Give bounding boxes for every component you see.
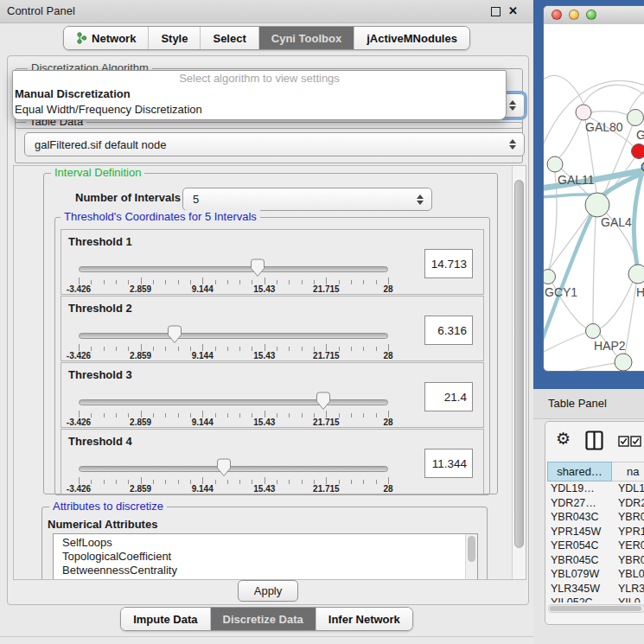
table-row[interactable]: YBR045CYBR0 [547,553,644,568]
threshold-label: Threshold 4 [68,435,132,448]
checkbox-icon[interactable] [630,436,641,450]
attribute-list-item[interactable]: BetweennessCentrality [54,564,477,577]
threshold-value-input[interactable]: 14.713 [424,249,473,278]
cell-shared-name[interactable]: YDL19… [547,481,612,496]
apply-button[interactable]: Apply [238,580,298,602]
threshold-slider[interactable] [79,328,388,343]
split-columns-icon[interactable] [585,430,603,453]
tab-label: Network [92,32,136,45]
cell-shared-name[interactable]: YBR045C [547,553,612,568]
float-window-icon[interactable] [491,7,501,16]
cell-shared-name[interactable]: YER054C [547,539,612,553]
cell-name[interactable]: YPR1 [612,525,644,539]
table-row[interactable]: YDR27…YDR2 [547,496,644,511]
number-of-intervals-combobox[interactable]: 5 [182,188,432,211]
column-header-shared-name[interactable]: shared… [547,462,612,481]
cell-name[interactable]: YLR3 [612,582,644,596]
node-label: GCY1 [545,285,577,299]
cell-shared-name[interactable]: YIL052C [547,596,612,603]
threshold-slider[interactable] [79,461,388,476]
attribute-list-item[interactable]: SelfLoops [54,536,477,550]
tab-label: Cyni Toolbox [271,32,341,45]
tab-select[interactable]: Select [200,27,258,49]
cell-name[interactable]: YBR0 [612,510,644,525]
table-row[interactable]: YER054CYER0 [547,539,644,553]
cell-name[interactable]: YDL1 [612,481,644,496]
network-node-c[interactable] [632,144,644,159]
table-body: YDL19…YDL1YDR27…YDR2YBR043CYBR0YPR145WYP… [547,481,644,603]
network-view-window[interactable]: GAL80GCGAL11GAL4GCY1HHAP2 [543,5,644,372]
cell-name[interactable]: YDR2 [612,496,644,511]
cyni-toolbox-panel: Discretization Algorithm Table Data galF… [7,55,529,605]
slider-ticks [79,277,388,284]
tab-impute-data[interactable]: Impute Data [121,608,209,630]
network-node-gal80[interactable] [576,105,591,120]
checkbox-icon[interactable] [618,436,629,450]
dropdown-placeholder-item[interactable]: Select algorithm to view settings [13,71,506,86]
table-row[interactable]: YBL079WYBL0 [547,567,644,582]
dropdown-option-manual-discretization[interactable]: Manual Discretization [13,86,506,102]
zoom-traffic-light-icon[interactable] [586,10,596,20]
gear-icon[interactable]: ⚙ [556,429,571,449]
tab-label: Infer Network [328,613,400,626]
cell-shared-name[interactable]: YBR043C [547,510,612,525]
threshold-panel-2: Threshold 2-3.4262.8599.14415.4321.71528… [61,296,484,361]
table-row[interactable]: YIL052CYIL0 [547,596,644,603]
tab-infer-network[interactable]: Infer Network [316,608,412,630]
slider-thumb[interactable] [168,325,182,344]
slider-thumb[interactable] [316,392,330,411]
control-panel-tabbar: NetworkStyleSelectCyni ToolboxjActiveMNo… [63,26,470,50]
tab-network[interactable]: Network [64,27,148,49]
cell-name[interactable]: YBL0 [612,567,644,582]
network-window-titlebar[interactable] [544,6,644,25]
cell-shared-name[interactable]: YBL079W [547,567,612,582]
network-node-gcy1[interactable] [544,270,556,284]
cell-name[interactable]: YER0 [612,539,644,553]
threshold-slider[interactable] [79,261,388,277]
table-row[interactable]: YDL19…YDL1 [547,481,644,496]
column-header-name[interactable]: na [612,462,644,481]
table-data-combobox[interactable]: galFiltered.sif default node [24,132,525,156]
cell-shared-name[interactable]: YPR145W [547,525,612,539]
slider-thumb[interactable] [217,458,231,477]
cell-shared-name[interactable]: YDR27… [547,496,612,511]
network-node[interactable] [615,354,632,371]
threshold-value-input[interactable]: 11.344 [424,449,473,478]
network-node-gal4[interactable] [585,193,609,217]
cell-name[interactable]: YBR0 [612,553,644,568]
network-node-h[interactable] [628,265,644,284]
network-node-hap2[interactable] [586,324,601,339]
scrollbar-thumb[interactable] [514,180,524,548]
tab-discretize-data[interactable]: Discretize Data [210,608,316,630]
close-traffic-light-icon[interactable] [552,10,562,20]
slider-thumb[interactable] [251,258,265,277]
threshold-value-input[interactable]: 21.4 [424,382,473,411]
tab-jactivemnodules[interactable]: jActiveMNodules [354,27,469,49]
table-row[interactable]: YBR043CYBR0 [547,510,644,525]
table-row[interactable]: YPR145WYPR1 [547,525,644,539]
threshold-label: Threshold 1 [68,235,132,248]
network-canvas[interactable]: GAL80GCGAL11GAL4GCY1HHAP2 [544,24,644,370]
scrollbar-thumb[interactable] [468,536,475,562]
table-row[interactable]: YLR345WYLR3 [547,582,644,596]
cell-shared-name[interactable]: YLR345W [547,582,612,596]
tab-cyni-toolbox[interactable]: Cyni Toolbox [258,27,354,49]
cell-name[interactable]: YIL0 [612,596,641,603]
network-node-g[interactable] [628,110,644,126]
dropdown-option-equal-width-frequency[interactable]: Equal Width/Frequency Discretization [13,102,506,118]
bottom-tab-row: Impute DataDiscretize DataInfer Network [0,607,533,631]
threshold-slider[interactable] [79,394,388,410]
tab-style[interactable]: Style [148,27,200,49]
numerical-attributes-list[interactable]: SelfLoopsTopologicalCoefficientBetweenne… [53,533,478,580]
threshold-value-input[interactable]: 6.316 [424,316,473,345]
horizontal-scrollbar[interactable] [548,604,644,613]
attributes-group-label: Attributes to discretize [49,500,167,513]
minimize-traffic-light-icon[interactable] [569,10,579,20]
list-scrollbar[interactable] [465,534,477,580]
vertical-scrollbar[interactable] [512,166,526,579]
network-node-gal11[interactable] [547,156,563,172]
close-icon[interactable]: ✕ [508,6,518,16]
scrollbar-thumb[interactable] [550,606,641,611]
attribute-list-item[interactable]: TopologicalCoefficient [54,550,477,564]
threshold-panel-4: Threshold 4-3.4262.8599.14415.4321.71528… [61,429,484,494]
